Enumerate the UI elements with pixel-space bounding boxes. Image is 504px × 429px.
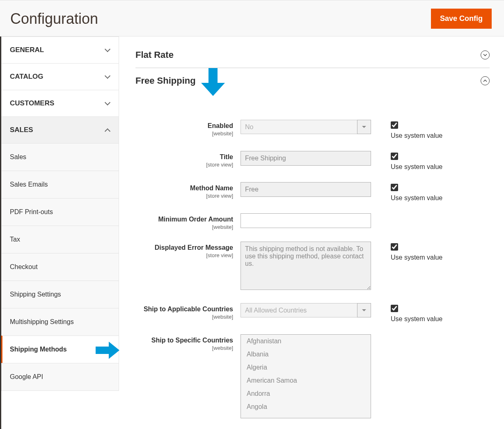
specific-countries-multiselect[interactable]: Afghanistan Albania Algeria American Sam… <box>241 334 371 418</box>
sidebar-item-shipping-methods[interactable]: Shipping Methods <box>1 335 119 363</box>
sidebar-group-label: CUSTOMERS <box>10 99 54 107</box>
collapse-section-icon[interactable] <box>481 76 490 85</box>
sidebar-item-shipping-settings[interactable]: Shipping Settings <box>2 281 119 308</box>
dropdown-arrow-icon <box>357 303 371 317</box>
applicable-countries-select[interactable]: All Allowed Countries <box>241 303 357 317</box>
sidebar-group-sales[interactable]: SALES <box>2 117 119 143</box>
section-title: Flat Rate <box>135 50 174 60</box>
sidebar-group-label: CATALOG <box>10 73 44 81</box>
dropdown-arrow-icon <box>357 120 371 134</box>
use-system-checkbox-method-name[interactable] <box>391 184 398 191</box>
sidebar-group-label: GENERAL <box>10 46 44 54</box>
sidebar-group-label: SALES <box>10 126 33 134</box>
field-label: Displayed Error Message <box>155 244 233 251</box>
sidebar-item-pdf-printouts[interactable]: PDF Print-outs <box>2 198 119 226</box>
sidebar-item-tax[interactable]: Tax <box>2 226 119 253</box>
sidebar-group-customers[interactable]: CUSTOMERS <box>2 90 119 116</box>
annotation-arrow-right-icon <box>96 342 119 359</box>
use-system-label: Use system value <box>391 132 442 139</box>
field-label: Method Name <box>190 185 233 192</box>
country-option[interactable]: Algeria <box>241 361 371 374</box>
field-title: Title [store view] Use system value <box>135 151 490 171</box>
use-system-checkbox-enabled[interactable] <box>391 121 398 129</box>
section-flat-rate[interactable]: Flat Rate <box>135 45 490 68</box>
field-label: Minimum Order Amount <box>158 216 233 223</box>
field-scope: [website] <box>135 224 233 230</box>
use-system-checkbox-error-msg[interactable] <box>391 243 398 251</box>
config-sidebar: GENERAL CATALOG CUSTOMERS SALES Sales <box>1 37 119 429</box>
field-method-name: Method Name [store view] Use system valu… <box>135 182 490 202</box>
field-label: Ship to Applicable Countries <box>144 306 233 313</box>
country-option[interactable]: American Samoa <box>241 374 371 387</box>
chevron-down-icon <box>105 74 110 80</box>
use-system-label: Use system value <box>391 163 442 171</box>
field-minimum-order: Minimum Order Amount [website] <box>135 213 490 230</box>
use-system-label: Use system value <box>391 254 442 261</box>
section-free-shipping[interactable]: Free Shipping <box>135 71 490 94</box>
use-system-label: Use system value <box>391 315 442 323</box>
field-label: Title <box>220 153 233 160</box>
sidebar-item-checkout[interactable]: Checkout <box>2 253 119 281</box>
section-title: Free Shipping <box>135 75 196 86</box>
page-title: Configuration <box>10 10 98 27</box>
chevron-up-icon <box>105 127 110 133</box>
use-system-label: Use system value <box>391 194 442 202</box>
field-error-message: Displayed Error Message [store view] Thi… <box>135 242 490 292</box>
error-message-textarea[interactable]: This shipping method is not available. T… <box>241 242 371 290</box>
field-scope: [store view] <box>135 162 233 168</box>
chevron-down-icon <box>105 47 110 53</box>
title-input[interactable] <box>241 151 371 166</box>
field-scope: [website] <box>135 314 233 320</box>
page-header: Configuration Save Config <box>0 0 504 37</box>
field-label: Ship to Specific Countries <box>151 337 233 344</box>
save-config-button[interactable]: Save Config <box>431 9 492 29</box>
field-scope: [website] <box>135 345 233 351</box>
field-enabled: Enabled [website] No Use system value <box>135 120 490 139</box>
country-option[interactable]: Angola <box>241 400 371 413</box>
field-scope: [website] <box>135 130 233 137</box>
field-scope: [store view] <box>135 252 233 258</box>
field-label: Enabled <box>208 122 233 129</box>
sidebar-item-sales[interactable]: Sales <box>2 143 119 171</box>
sidebar-item-sales-emails[interactable]: Sales Emails <box>2 171 119 198</box>
use-system-checkbox-title[interactable] <box>391 153 398 160</box>
sidebar-item-google-api[interactable]: Google API <box>2 363 119 390</box>
annotation-arrow-down-icon <box>201 68 225 96</box>
sidebar-group-general[interactable]: GENERAL <box>2 37 119 63</box>
method-name-input[interactable] <box>241 182 371 197</box>
country-option[interactable]: Andorra <box>241 387 371 400</box>
field-specific-countries: Ship to Specific Countries [website] Afg… <box>135 334 490 418</box>
field-applicable-countries: Ship to Applicable Countries [website] A… <box>135 303 490 323</box>
main-content: Flat Rate Free Shipping Enabled [website… <box>119 37 504 429</box>
field-scope: [store view] <box>135 193 233 199</box>
expand-section-icon[interactable] <box>481 50 490 59</box>
use-system-checkbox-applicable[interactable] <box>391 305 398 312</box>
country-option[interactable]: Afghanistan <box>241 335 371 348</box>
chevron-down-icon <box>105 100 110 106</box>
country-option[interactable]: Albania <box>241 348 371 361</box>
sidebar-item-multishipping-settings[interactable]: Multishipping Settings <box>2 308 119 335</box>
enabled-select[interactable]: No <box>241 120 357 134</box>
minimum-order-input[interactable] <box>241 213 371 228</box>
sidebar-group-catalog[interactable]: CATALOG <box>2 64 119 90</box>
